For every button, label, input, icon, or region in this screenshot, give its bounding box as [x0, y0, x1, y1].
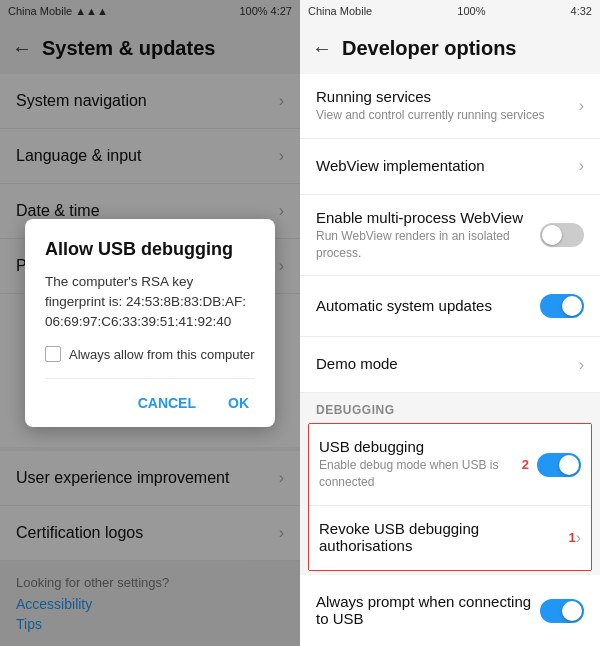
right-item-running-services[interactable]: Running services View and control curren… — [300, 74, 600, 139]
dialog-actions: CANCEL OK — [45, 378, 255, 427]
usb-debugging-text: USB debugging Enable debug mode when USB… — [319, 438, 516, 491]
chevron-demo-mode: › — [579, 356, 584, 374]
revoke-usb-item[interactable]: Revoke USB debugging authorisations 1 › — [309, 506, 591, 570]
dialog-body: The computer's RSA key fingerprint is: 2… — [45, 272, 255, 333]
multiprocess-webview-toggle[interactable] — [540, 223, 584, 247]
chevron-running-services: › — [579, 97, 584, 115]
auto-updates-title: Automatic system updates — [316, 297, 492, 314]
revoke-usb-badge: 1 — [568, 530, 575, 545]
usb-debugging-toggle[interactable] — [537, 453, 581, 477]
running-services-title: Running services — [316, 88, 579, 105]
revoke-usb-title: Revoke USB debugging authorisations — [319, 520, 562, 554]
right-content: Running services View and control curren… — [300, 74, 600, 646]
always-prompt-toggle[interactable] — [540, 599, 584, 623]
chevron-webview: › — [579, 157, 584, 175]
right-page-title: Developer options — [342, 37, 516, 60]
right-carrier: China Mobile — [308, 5, 372, 17]
usb-debugging-badge: 2 — [522, 457, 529, 472]
right-back-button[interactable]: ← — [312, 37, 332, 60]
right-item-webview[interactable]: WebView implementation › — [300, 139, 600, 195]
dialog-ok-button[interactable]: OK — [222, 391, 255, 415]
usb-debugging-item[interactable]: USB debugging Enable debug mode when USB… — [309, 424, 591, 505]
running-services-text: Running services View and control curren… — [316, 88, 579, 124]
always-allow-label: Always allow from this computer — [69, 347, 255, 362]
right-battery: 100% — [457, 5, 485, 17]
right-panel: China Mobile 100% 4:32 ← Developer optio… — [300, 0, 600, 646]
right-item-demo-mode[interactable]: Demo mode › — [300, 337, 600, 393]
always-prompt-text: Always prompt when connecting to USB — [316, 593, 532, 629]
debug-group: USB debugging Enable debug mode when USB… — [308, 423, 592, 571]
usb-debug-dialog: Allow USB debugging The computer's RSA k… — [25, 219, 275, 428]
left-panel: China Mobile ▲▲▲ 100% 4:27 ← System & up… — [0, 0, 300, 646]
right-item-auto-updates[interactable]: Automatic system updates — [300, 276, 600, 337]
usb-debugging-title: USB debugging — [319, 438, 516, 455]
dialog-overlay: Allow USB debugging The computer's RSA k… — [0, 0, 300, 646]
demo-mode-title: Demo mode — [316, 355, 398, 372]
multiprocess-webview-subtitle: Run WebView renders in an isolated proce… — [316, 228, 532, 262]
right-item-always-prompt[interactable]: Always prompt when connecting to USB — [300, 575, 600, 646]
always-prompt-title: Always prompt when connecting to USB — [316, 593, 532, 627]
multiprocess-webview-text: Enable multi-process WebView Run WebView… — [316, 209, 532, 262]
revoke-usb-text: Revoke USB debugging authorisations — [319, 520, 562, 556]
chevron-revoke-usb: › — [576, 529, 581, 547]
dialog-title: Allow USB debugging — [45, 239, 255, 260]
right-header: ← Developer options — [300, 22, 600, 74]
webview-title: WebView implementation — [316, 157, 485, 174]
usb-debugging-subtitle: Enable debug mode when USB is connected — [319, 457, 516, 491]
right-item-multiprocess-webview[interactable]: Enable multi-process WebView Run WebView… — [300, 195, 600, 277]
right-time: 4:32 — [571, 5, 592, 17]
right-status-bar: China Mobile 100% 4:32 — [300, 0, 600, 22]
dialog-checkbox-row[interactable]: Always allow from this computer — [45, 346, 255, 362]
always-allow-checkbox[interactable] — [45, 346, 61, 362]
auto-updates-toggle[interactable] — [540, 294, 584, 318]
multiprocess-webview-title: Enable multi-process WebView — [316, 209, 532, 226]
dialog-cancel-button[interactable]: CANCEL — [132, 391, 202, 415]
debugging-section-header: DEBUGGING — [300, 393, 600, 423]
running-services-subtitle: View and control currently running servi… — [316, 107, 579, 124]
